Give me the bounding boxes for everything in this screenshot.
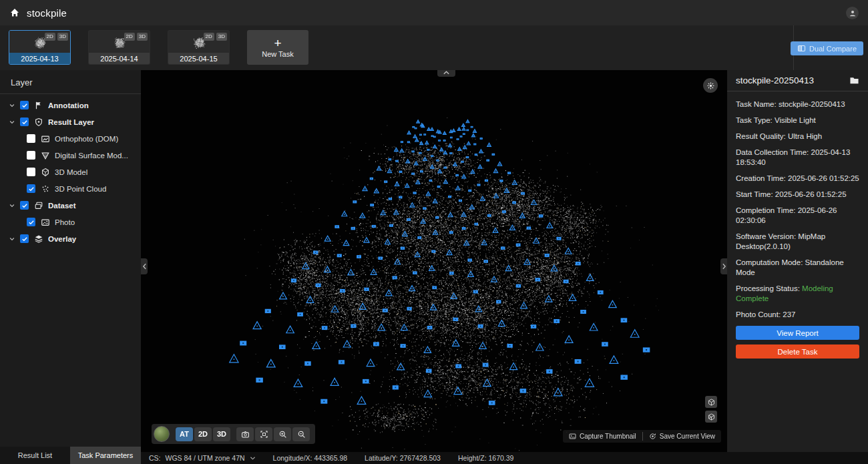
app-header: stockpile bbox=[0, 0, 868, 25]
capture-thumbnail-button[interactable]: Capture Thumbnail bbox=[563, 430, 642, 443]
view-mode-switch: AT 2D 3D bbox=[176, 427, 230, 441]
tab-task-parameters[interactable]: Task Parameters bbox=[70, 447, 141, 464]
task-card-2025-04-13[interactable]: 2D 3D 2025-04-13 bbox=[9, 30, 71, 65]
task-details-panel: stockpile-20250413 Task Name: stockpile-… bbox=[727, 70, 868, 452]
field-task-name: Task Name: stockpile-20250413 bbox=[736, 99, 859, 109]
folder-icon[interactable] bbox=[849, 76, 859, 85]
overlay-checkbox[interactable] bbox=[20, 234, 29, 243]
field-start-time: Start Time: 2025-06-26 01:52:25 bbox=[736, 190, 859, 200]
photo-checkbox[interactable] bbox=[27, 218, 35, 226]
layer-label: Digital Surface Mod... bbox=[55, 152, 128, 160]
expand-caret-icon[interactable] bbox=[9, 119, 15, 126]
badge-2d[interactable]: 2D bbox=[204, 33, 214, 41]
longitude-readout: Longitude/X: 443365.98 bbox=[273, 454, 348, 462]
save-current-view-button[interactable]: Save Current View bbox=[643, 430, 721, 443]
model-checkbox[interactable] bbox=[27, 168, 35, 176]
layer-label: Photo bbox=[55, 218, 75, 226]
zoom-out-button[interactable] bbox=[292, 427, 310, 441]
layer-tree: Annotation Result Layer Orthophoto (DOM)… bbox=[0, 94, 141, 247]
point-cloud-icon bbox=[41, 184, 50, 194]
layer-label: Orthophoto (DOM) bbox=[55, 135, 118, 143]
layer-row-point-cloud: 3D Point Cloud bbox=[0, 180, 141, 197]
viewer-settings-button[interactable] bbox=[703, 78, 718, 93]
dataset-checkbox[interactable] bbox=[20, 201, 29, 210]
tab-result-list[interactable]: Result List bbox=[0, 447, 70, 464]
mode-3d-button[interactable]: 3D bbox=[213, 427, 230, 441]
layer-panel: Layer Annotation Result Layer Orthophoto bbox=[0, 70, 141, 447]
badge-3d[interactable]: 3D bbox=[216, 33, 227, 41]
details-header: stockpile-20250413 bbox=[727, 70, 868, 91]
task-thumbnail-bar: 2D 3D 2025-04-13 2D 3D 2025-04-14 bbox=[0, 25, 868, 70]
layer-panel-title: Layer bbox=[0, 70, 141, 94]
layer-label: Annotation bbox=[48, 101, 89, 109]
split-view-icon bbox=[797, 44, 806, 53]
badge-3d[interactable]: 3D bbox=[137, 33, 148, 41]
task-thumbnail: 2D 3D bbox=[9, 31, 70, 53]
mode-at-button[interactable]: AT bbox=[176, 427, 193, 441]
viewer-3d: AT 2D 3D bbox=[141, 70, 727, 452]
view-cube-front-button[interactable] bbox=[705, 411, 717, 423]
view-cube-top-button[interactable] bbox=[705, 396, 717, 408]
field-processing-status: Processing Status: Modeling Complete bbox=[736, 284, 859, 304]
image-icon bbox=[569, 433, 576, 440]
task-card-2025-04-15[interactable]: 2D 3D 2025-04-15 bbox=[168, 30, 230, 65]
layer-row-result-layer: Result Layer bbox=[0, 113, 141, 130]
layer-label: Result Layer bbox=[48, 118, 94, 126]
task-title: stockpile-20250413 bbox=[736, 75, 814, 85]
user-avatar[interactable] bbox=[846, 7, 859, 19]
task-date-label: 2025-04-15 bbox=[168, 53, 229, 64]
fit-view-button[interactable] bbox=[255, 427, 272, 441]
field-computation-mode: Computation Mode: Standalone Mode bbox=[736, 258, 859, 278]
task-date-label: 2025-04-13 bbox=[9, 53, 70, 64]
expand-caret-icon[interactable] bbox=[9, 202, 15, 209]
view-report-button[interactable]: View Report bbox=[736, 326, 859, 340]
annotation-checkbox[interactable] bbox=[20, 101, 29, 109]
expand-caret-icon[interactable] bbox=[9, 102, 15, 109]
result-layer-checkbox[interactable] bbox=[20, 118, 29, 126]
layer-row-orthophoto: Orthophoto (DOM) bbox=[0, 130, 141, 147]
layer-row-annotation: Annotation bbox=[0, 97, 141, 113]
layer-label: 3D Model bbox=[55, 168, 87, 176]
orthophoto-checkbox[interactable] bbox=[27, 134, 35, 143]
bottom-tab-bar: Result List Task Parameters bbox=[0, 447, 141, 464]
coordinate-system-dropdown[interactable]: CS: WGS 84 / UTM zone 47N bbox=[149, 454, 256, 462]
delete-task-button[interactable]: Delete Task bbox=[736, 344, 859, 359]
layer-label: Dataset bbox=[48, 202, 76, 210]
home-icon[interactable] bbox=[9, 7, 20, 18]
layer-row-overlay: Overlay bbox=[0, 230, 141, 247]
latitude-readout: Latitude/Y: 2767428.503 bbox=[365, 454, 441, 462]
field-data-collection-time: Data Collection Time: 2025-04-13 18:53:4… bbox=[736, 148, 859, 168]
dataset-icon bbox=[34, 201, 43, 210]
field-photo-count: Photo Count: 237 bbox=[736, 310, 859, 320]
coordinate-status-bar: CS: WGS 84 / UTM zone 47N Longitude/X: 4… bbox=[141, 452, 868, 464]
expand-caret-icon[interactable] bbox=[9, 236, 15, 242]
mode-2d-button[interactable]: 2D bbox=[194, 427, 212, 441]
shield-icon bbox=[34, 118, 43, 127]
badge-2d[interactable]: 2D bbox=[124, 33, 135, 41]
layer-label: Overlay bbox=[48, 235, 76, 243]
task-card-list: 2D 3D 2025-04-13 2D 3D 2025-04-14 bbox=[9, 30, 308, 65]
collapse-top-handle[interactable] bbox=[437, 70, 455, 77]
viewer-canvas[interactable] bbox=[141, 70, 727, 452]
cube-icon bbox=[41, 168, 50, 177]
chevron-down-icon bbox=[250, 456, 256, 461]
screenshot-button[interactable] bbox=[236, 427, 254, 441]
dsm-checkbox[interactable] bbox=[27, 151, 35, 160]
orthophoto-icon bbox=[41, 134, 50, 144]
zoom-out-icon bbox=[297, 430, 306, 439]
layer-label: 3D Point Cloud bbox=[55, 185, 106, 193]
new-task-button[interactable]: + New Task bbox=[247, 30, 308, 65]
collapse-left-handle[interactable] bbox=[141, 258, 148, 274]
badge-3d[interactable]: 3D bbox=[57, 33, 68, 41]
layer-row-dataset: Dataset bbox=[0, 197, 141, 214]
minimap-thumbnail[interactable] bbox=[154, 426, 170, 442]
point-cloud-checkbox[interactable] bbox=[27, 184, 35, 193]
task-date-label: 2025-04-14 bbox=[89, 53, 150, 64]
collapse-right-handle[interactable] bbox=[720, 258, 727, 274]
photo-icon bbox=[41, 218, 50, 227]
badge-2d[interactable]: 2D bbox=[45, 33, 55, 41]
zoom-in-button[interactable] bbox=[274, 427, 291, 441]
dual-compare-button[interactable]: Dual Compare bbox=[791, 41, 863, 55]
task-card-2025-04-14[interactable]: 2D 3D 2025-04-14 bbox=[88, 30, 150, 65]
details-body: Task Name: stockpile-20250413 Task Type:… bbox=[727, 91, 868, 359]
